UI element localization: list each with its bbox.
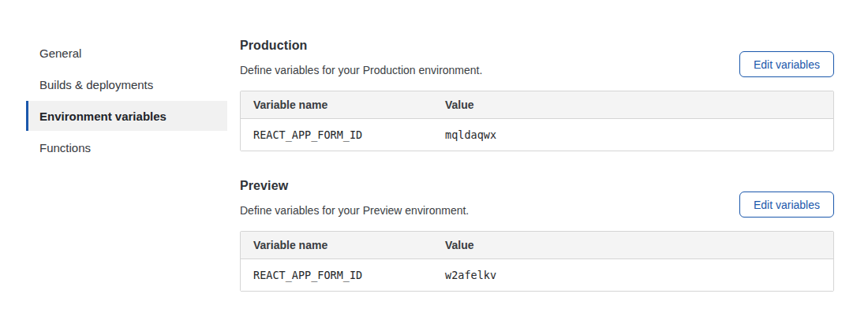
table-row: REACT_APP_FORM_ID w2afelkv xyxy=(241,259,833,291)
environment-variables-content: Production Define variables for your Pro… xyxy=(240,38,834,292)
production-variables-table: Variable name Value REACT_APP_FORM_ID mq… xyxy=(240,91,834,151)
column-header-variable-name: Variable name xyxy=(241,99,432,111)
variable-name-cell: REACT_APP_FORM_ID xyxy=(241,269,432,281)
variable-value-cell: mqldaqwx xyxy=(432,128,833,141)
preview-variables-table: Variable name Value REACT_APP_FORM_ID w2… xyxy=(240,231,834,292)
sidebar-item-environment-variables[interactable]: Environment variables xyxy=(26,101,227,131)
pages-settings-page: General Builds & deployments Environment… xyxy=(0,0,868,331)
column-header-value: Value xyxy=(432,99,833,111)
column-header-variable-name: Variable name xyxy=(241,239,432,251)
production-section: Production Define variables for your Pro… xyxy=(240,38,834,151)
table-header-row: Variable name Value xyxy=(241,232,833,259)
table-header-row: Variable name Value xyxy=(241,91,833,119)
sidebar-item-functions[interactable]: Functions xyxy=(26,132,227,162)
sidebar-item-builds-deployments[interactable]: Builds & deployments xyxy=(26,69,227,99)
column-header-value: Value xyxy=(432,239,833,251)
variable-name-cell: REACT_APP_FORM_ID xyxy=(241,128,432,141)
edit-variables-button-preview[interactable]: Edit variables xyxy=(739,192,834,218)
sidebar-item-general[interactable]: General xyxy=(26,38,227,68)
variable-value-cell: w2afelkv xyxy=(432,269,833,281)
edit-variables-button-production[interactable]: Edit variables xyxy=(739,51,834,77)
settings-sidebar: General Builds & deployments Environment… xyxy=(26,38,227,164)
preview-section: Preview Define variables for your Previe… xyxy=(240,178,834,292)
table-row: REACT_APP_FORM_ID mqldaqwx xyxy=(241,119,833,151)
